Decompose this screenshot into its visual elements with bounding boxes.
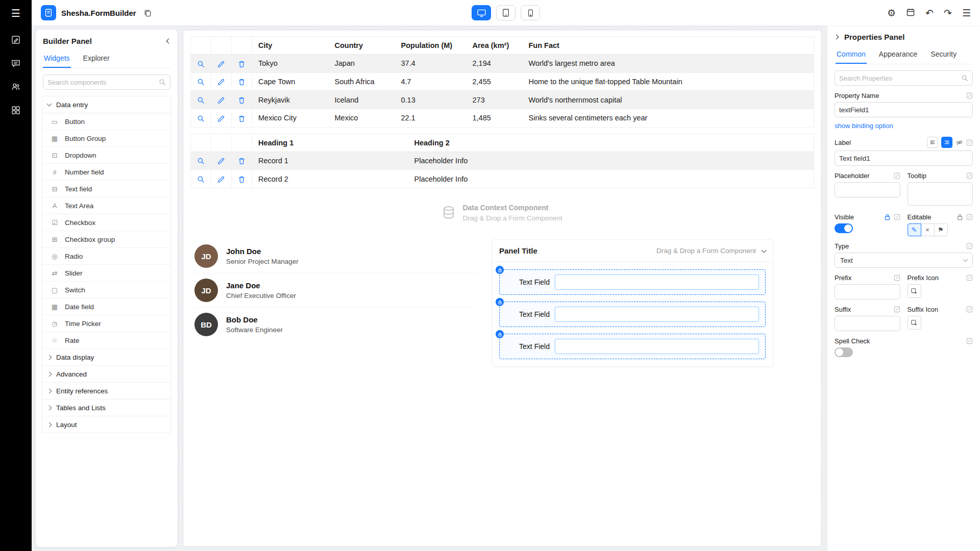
binding-icon[interactable]	[894, 172, 900, 179]
label-align-left-icon[interactable]	[927, 137, 938, 148]
tab-explorer[interactable]: Explorer	[82, 51, 111, 68]
widget-item-switch[interactable]: ▢Switch	[42, 282, 171, 298]
desktop-view-button[interactable]	[472, 5, 491, 20]
undo-icon[interactable]: ↶	[925, 8, 934, 18]
binding-icon[interactable]	[966, 214, 973, 220]
row-delete-icon[interactable]	[238, 157, 246, 165]
tab-security[interactable]: Security	[929, 46, 958, 64]
row-edit-icon[interactable]	[217, 60, 225, 68]
tab-widgets[interactable]: Widgets	[43, 51, 71, 68]
lock-icon[interactable]	[957, 214, 963, 220]
suffix-input[interactable]	[835, 316, 900, 331]
widget-item-button[interactable]: ▭Button	[42, 113, 171, 130]
lock-icon[interactable]	[884, 214, 891, 220]
widget-item-slider[interactable]: ⇄Slider	[42, 265, 171, 282]
widget-item-text-area[interactable]: AText Area	[42, 197, 171, 214]
prefix-icon-picker[interactable]	[908, 284, 921, 298]
widget-item-time-picker[interactable]: ◷Time Picker	[42, 315, 171, 332]
widget-item-radio[interactable]: ◎Radio	[42, 248, 171, 265]
widget-item-date-field[interactable]: ▦Date field	[42, 298, 171, 315]
binding-icon[interactable]	[894, 274, 900, 281]
binding-icon[interactable]	[894, 214, 900, 220]
form-canvas[interactable]: City Country Population (M) Area (km²) F…	[183, 30, 822, 547]
row-delete-icon[interactable]	[238, 78, 246, 86]
modules-icon[interactable]	[11, 105, 21, 115]
row-search-icon[interactable]	[197, 60, 205, 68]
label-input[interactable]	[835, 151, 973, 166]
binding-icon[interactable]	[966, 243, 973, 249]
search-components-input[interactable]	[47, 79, 159, 86]
row-edit-icon[interactable]	[217, 115, 225, 122]
rail-menu-icon[interactable]: ☰	[11, 7, 20, 19]
tab-appearance[interactable]: Appearance	[878, 46, 919, 64]
label-align-right-icon[interactable]	[941, 137, 952, 148]
component-badge-icon[interactable]	[496, 298, 504, 306]
editable-inherit-icon[interactable]: ⚑	[934, 223, 948, 236]
widget-item-dropdown[interactable]: ⊡Dropdown	[42, 147, 171, 164]
row-edit-icon[interactable]	[217, 157, 225, 165]
row-delete-icon[interactable]	[238, 115, 246, 122]
binding-icon[interactable]	[966, 274, 973, 281]
copy-icon[interactable]	[143, 9, 152, 17]
widget-item-checkbox[interactable]: ☑Checkbox	[42, 214, 171, 231]
mobile-view-button[interactable]	[521, 5, 540, 20]
editable-edit-icon[interactable]: ✎	[908, 223, 921, 236]
chevron-down-icon[interactable]	[762, 247, 767, 253]
collapse-builder-icon[interactable]	[166, 39, 172, 44]
widget-item-button-group[interactable]: ▦Button Group	[42, 130, 171, 147]
binding-icon[interactable]	[894, 306, 900, 313]
form-designer-icon[interactable]	[11, 35, 21, 45]
text-field-component-2[interactable]: Text Field	[499, 302, 766, 327]
collapse-properties-icon[interactable]	[834, 35, 839, 40]
list-item[interactable]: BD Bob Doe Software Engineer	[194, 308, 476, 341]
section-layout[interactable]: Layout	[42, 416, 171, 433]
spell-check-toggle[interactable]	[835, 347, 853, 357]
row-edit-icon[interactable]	[217, 176, 225, 183]
row-delete-icon[interactable]	[238, 176, 246, 183]
chat-icon[interactable]	[11, 58, 21, 68]
binding-icon[interactable]	[966, 172, 973, 179]
text-field-input[interactable]	[555, 274, 759, 290]
section-data-display[interactable]: Data display	[42, 349, 171, 366]
widget-item-text-field[interactable]: ⊟Text field	[42, 181, 171, 197]
data-context-component[interactable]: Data Context Component Drag & Drop a For…	[190, 204, 814, 222]
row-search-icon[interactable]	[197, 157, 205, 165]
row-search-icon[interactable]	[197, 96, 205, 104]
text-field-input[interactable]	[555, 339, 759, 354]
row-edit-icon[interactable]	[217, 78, 225, 86]
row-edit-icon[interactable]	[217, 96, 225, 104]
redo-icon[interactable]: ↷	[944, 8, 952, 18]
section-entity-references[interactable]: Entity references	[42, 383, 171, 399]
component-badge-icon[interactable]	[496, 330, 504, 338]
row-search-icon[interactable]	[197, 115, 205, 122]
text-field-component-1[interactable]: Text Field	[499, 269, 766, 295]
type-select[interactable]: Text	[835, 253, 973, 268]
row-delete-icon[interactable]	[238, 60, 246, 68]
widget-item-rate[interactable]: ☆Rate	[42, 332, 171, 349]
tablet-view-button[interactable]	[496, 5, 516, 20]
settings-icon[interactable]: ⚙	[887, 8, 896, 18]
calendar-icon[interactable]	[906, 8, 915, 18]
binding-icon[interactable]	[966, 139, 973, 146]
visible-toggle[interactable]	[835, 223, 853, 233]
menu-icon[interactable]: ☰	[962, 8, 971, 18]
binding-icon[interactable]	[966, 306, 973, 313]
section-tables-and-lists[interactable]: Tables and Lists	[42, 399, 171, 416]
row-search-icon[interactable]	[197, 176, 205, 183]
row-search-icon[interactable]	[197, 78, 205, 86]
search-properties-input[interactable]	[839, 74, 961, 82]
section-data-entry[interactable]: Data entry	[42, 96, 171, 113]
widget-item-number-field[interactable]: #Number field	[42, 164, 171, 181]
suffix-icon-picker[interactable]	[908, 316, 921, 330]
tooltip-input[interactable]	[908, 182, 973, 206]
text-field-component-3[interactable]: Text Field	[499, 334, 766, 359]
people-icon[interactable]	[11, 82, 21, 92]
component-badge-icon[interactable]	[496, 266, 504, 274]
section-advanced[interactable]: Advanced	[42, 366, 171, 383]
editable-readonly-icon[interactable]: ×	[921, 223, 935, 236]
hide-label-icon[interactable]	[955, 139, 963, 146]
binding-icon[interactable]	[966, 92, 973, 99]
list-item[interactable]: JD Jane Doe Chief Executive Officer	[194, 273, 476, 308]
placeholder-input[interactable]	[835, 182, 900, 197]
prefix-input[interactable]	[835, 284, 900, 299]
